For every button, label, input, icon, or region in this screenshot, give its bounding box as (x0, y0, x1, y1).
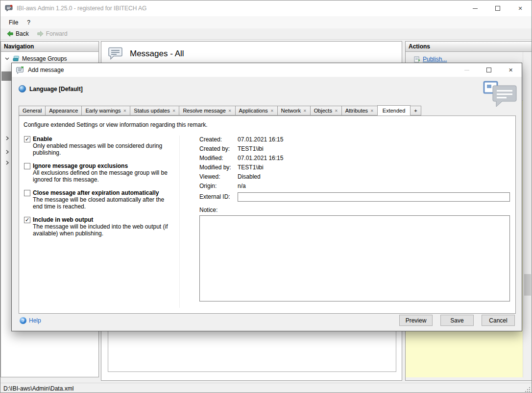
include-web-output-checkbox[interactable]: ✓ (24, 217, 30, 223)
tab-label: Objects (314, 108, 332, 114)
publish-link[interactable]: Publish... (423, 56, 447, 63)
tab-close-icon[interactable]: ✕ (270, 109, 274, 113)
info-value: 07.01.2021 16:15 (238, 136, 283, 145)
window-title: IBI-aws Admin 1.25.0 - registered for IB… (17, 5, 146, 12)
maximize-icon (495, 6, 500, 11)
scrollbar-thumb[interactable] (524, 274, 531, 296)
info-label: Modified by: (199, 164, 238, 173)
notice-label: Notice: (199, 207, 510, 214)
preview-button[interactable]: Preview (399, 315, 433, 326)
checkbox-label[interactable]: Enable (33, 136, 176, 142)
add-tab-icon: + (414, 108, 417, 114)
tab-appearance[interactable]: Appearance (45, 106, 82, 116)
statusbar: D:\IBI-aws\Admin\Data.xml (0, 383, 532, 393)
tab-label: General (23, 108, 42, 114)
menu-help[interactable]: ? (23, 16, 35, 28)
back-label: Back (16, 30, 29, 37)
info-label: Created: (199, 136, 238, 145)
external-id-input[interactable] (238, 192, 510, 202)
minimize-icon (473, 8, 478, 9)
vertical-scrollbar[interactable] (523, 52, 532, 377)
tab-add[interactable]: + (410, 106, 421, 116)
tab-close-icon[interactable]: ✕ (172, 109, 176, 113)
minimize-button[interactable] (464, 0, 486, 16)
checkbox-label[interactable]: Ignore message group exclusions (33, 162, 176, 169)
tab-label: Network (281, 108, 301, 114)
tab-extended[interactable]: Extended (377, 105, 411, 116)
window-controls: ✕ (464, 0, 532, 16)
info-row-modified-by: Modified by: TEST1\ibi (199, 164, 510, 173)
dialog-title: Add message (28, 67, 64, 73)
help-link[interactable]: ? Help (20, 317, 41, 324)
menu-file[interactable]: File (4, 16, 23, 28)
cancel-button[interactable]: Cancel (482, 315, 515, 326)
tab-label: Extended (383, 108, 405, 114)
info-value: 07.01.2021 16:15 (238, 155, 283, 164)
tab-label: Status updates (134, 108, 169, 114)
help-label[interactable]: Help (29, 317, 41, 324)
close-button[interactable]: ✕ (509, 0, 532, 16)
tab-resolve-message[interactable]: Resolve message✕ (179, 106, 235, 116)
dialog-buttons: Preview Save Cancel (399, 315, 515, 326)
forward-icon (37, 30, 44, 37)
tab-label: Resolve message (183, 108, 225, 114)
chevron-down-icon[interactable] (5, 56, 9, 61)
dialog-minimize-button[interactable] (456, 63, 478, 77)
info-row-created: Created: 07.01.2021 16:15 (199, 136, 510, 145)
tab-close-icon[interactable]: ✕ (123, 109, 127, 113)
tab-objects[interactable]: Objects✕ (310, 106, 342, 116)
back-button[interactable]: Back (2, 28, 33, 39)
checkbox-group-enable: ✓ Enable Only enabled messages will be c… (24, 136, 176, 156)
app-window: IBI-aws Admin 1.25.0 - registered for IB… (0, 0, 532, 393)
tab-label: Applications (239, 108, 268, 114)
save-button[interactable]: Save (440, 315, 474, 326)
dialog-close-button[interactable]: ✕ (500, 63, 522, 77)
enable-checkbox[interactable]: ✓ (24, 136, 30, 142)
forward-button[interactable]: Forward (33, 28, 72, 39)
tab-general[interactable]: General (19, 106, 46, 116)
forward-label: Forward (46, 30, 68, 37)
info-row-created-by: Created by: TEST1\ibi (199, 145, 510, 155)
tab-attributes[interactable]: Attributes✕ (341, 106, 378, 116)
titlebar: IBI-aws Admin 1.25.0 - registered for IB… (0, 0, 532, 16)
resize-grip[interactable] (525, 387, 530, 392)
tab-applications[interactable]: Applications✕ (235, 106, 278, 116)
checkbox-label[interactable]: Close message after expiration automatic… (33, 189, 176, 196)
checkbox-description: The message will be closed automatically… (33, 197, 171, 210)
close-icon: ✕ (508, 67, 513, 73)
info-label: Created by: (199, 145, 238, 155)
menubar: File ? (0, 16, 532, 28)
close-after-expiration-checkbox[interactable] (24, 190, 30, 196)
tab-close-icon[interactable]: ✕ (228, 109, 232, 113)
info-column: Created: 07.01.2021 16:15 Created by: TE… (199, 136, 510, 303)
maximize-icon (486, 68, 491, 72)
actions-header: Actions (406, 42, 532, 52)
navigation-header: Navigation (1, 42, 98, 52)
extended-tab-content: Configure extended Settings or view info… (19, 116, 516, 314)
publish-action[interactable]: Publish... (414, 56, 447, 63)
tab-close-icon[interactable]: ✕ (370, 109, 374, 113)
checkbox-label[interactable]: Include in web output (33, 216, 176, 223)
notice-textarea[interactable] (199, 215, 510, 301)
tab-early-warnings[interactable]: Early warnings✕ (81, 106, 130, 116)
ignore-exclusions-checkbox[interactable] (24, 163, 30, 169)
checkbox-group-include-web-output: ✓ Include in web output The message will… (24, 216, 176, 237)
tab-status-updates[interactable]: Status updates✕ (130, 106, 179, 116)
tab-close-icon[interactable]: ✕ (335, 109, 338, 113)
page-title: Messages - All (130, 49, 184, 59)
chevron-right-icon[interactable] (5, 136, 9, 140)
chevron-right-icon[interactable] (5, 161, 9, 165)
info-row-modified: Modified: 07.01.2021 16:15 (199, 155, 510, 164)
checkbox-description: Only enabled messages will be considered… (33, 143, 171, 156)
checkbox-groups: ✓ Enable Only enabled messages will be c… (24, 136, 176, 243)
chevron-right-icon[interactable] (5, 150, 9, 154)
checkbox-description: All exclusions defined on the message gr… (33, 170, 171, 183)
tab-close-icon[interactable]: ✕ (303, 109, 307, 113)
tab-label: Early warnings (85, 108, 121, 114)
app-icon (5, 4, 13, 12)
tab-network[interactable]: Network✕ (277, 106, 311, 116)
dialog-maximize-button[interactable] (478, 63, 500, 77)
message-groups-icon (13, 55, 20, 62)
maximize-button[interactable] (486, 0, 509, 16)
tree-item-message-groups[interactable]: Message Groups (1, 54, 98, 63)
